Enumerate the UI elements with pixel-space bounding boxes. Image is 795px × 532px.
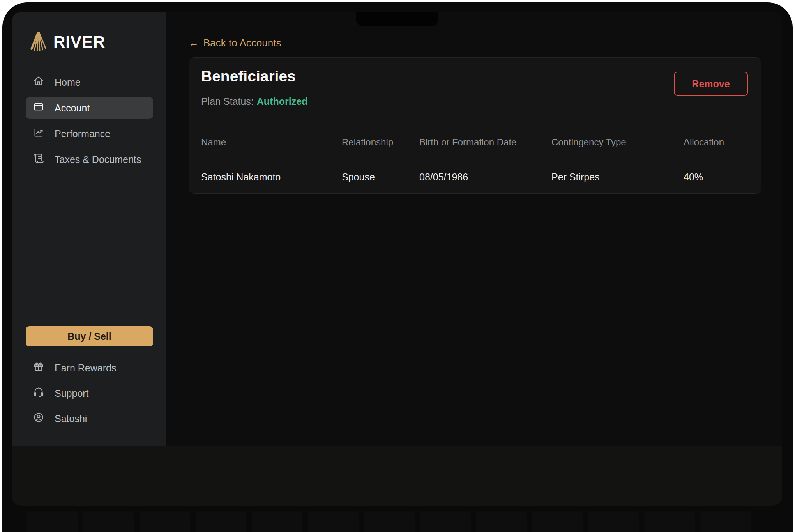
cell-name: Satoshi Nakamoto [201, 171, 342, 183]
sidebar-item-performance[interactable]: Performance [26, 123, 153, 145]
camera-notch [356, 12, 438, 26]
line-chart-icon [33, 127, 44, 140]
sidebar-item-home[interactable]: Home [26, 71, 153, 93]
cell-relationship: Spouse [342, 171, 419, 183]
brand-name: RIVER [53, 33, 105, 51]
river-logo-icon [29, 31, 48, 53]
plan-status-badge: Authorized [257, 96, 308, 107]
keyboard-key [701, 511, 751, 532]
plan-status-label: Plan Status: [201, 96, 254, 107]
keyboard-key [532, 511, 583, 532]
sidebar-item-label: Taxes & Documents [55, 154, 141, 165]
table-header-row: Name Relationship Birth or Formation Dat… [201, 124, 748, 160]
sidebar-item-earn-rewards[interactable]: Earn Rewards [26, 358, 153, 378]
keyboard-key [140, 511, 190, 532]
sidebar-item-label: Home [55, 77, 81, 88]
back-link-label: Back to Accounts [203, 37, 281, 49]
device-mockup: RIVER Home [0, 0, 795, 532]
column-header-contingency-type: Contingency Type [551, 137, 684, 148]
main-content: ← Back to Accounts Beneficiaries Plan St… [166, 12, 782, 446]
table-row[interactable]: Satoshi Nakamoto Spouse 08/05/1986 Per S… [201, 160, 748, 194]
device-screen: RIVER Home [12, 12, 782, 506]
keyboard-key [308, 511, 359, 532]
user-circle-icon [33, 412, 44, 425]
keyboard-key [420, 511, 471, 532]
sidebar: RIVER Home [12, 12, 166, 446]
sidebar-item-label: Earn Rewards [55, 362, 116, 374]
column-header-relationship: Relationship [342, 137, 419, 148]
sidebar-item-profile[interactable]: Satoshi [26, 409, 153, 428]
sidebar-nav: Home Account [26, 71, 153, 174]
sidebar-footer-nav: Earn Rewards Support [26, 358, 153, 434]
page-title: Beneficiaries [201, 68, 296, 85]
column-header-birth-date: Birth or Formation Date [419, 137, 551, 148]
app-window: RIVER Home [12, 12, 782, 446]
wallet-icon [33, 101, 44, 115]
headset-icon [33, 387, 44, 400]
back-arrow-icon: ← [189, 37, 199, 49]
remove-button[interactable]: Remove [674, 72, 748, 96]
keyboard-key [645, 511, 695, 532]
scroll-document-icon [33, 153, 44, 166]
cell-contingency-type: Per Stirpes [551, 171, 684, 183]
keyboard-key [476, 511, 527, 532]
home-icon [33, 76, 44, 89]
keyboard-key [83, 511, 134, 532]
buy-sell-button[interactable]: Buy / Sell [26, 326, 153, 346]
keyboard-key [588, 511, 639, 532]
gift-icon [33, 361, 44, 375]
brand-logo[interactable]: RIVER [29, 31, 105, 53]
sidebar-item-label: Support [55, 388, 89, 399]
sidebar-item-taxes-documents[interactable]: Taxes & Documents [26, 148, 153, 170]
sidebar-item-label: Performance [55, 128, 110, 140]
keyboard-key [252, 511, 302, 532]
column-header-name: Name [201, 137, 342, 148]
back-to-accounts-link[interactable]: ← Back to Accounts [189, 37, 281, 49]
sidebar-item-support[interactable]: Support [26, 384, 153, 403]
keyboard-key [364, 511, 415, 532]
sidebar-item-label: Account [55, 103, 90, 114]
keyboard-key [196, 511, 246, 532]
sidebar-item-label: Satoshi [55, 413, 87, 424]
sidebar-item-account[interactable]: Account [26, 97, 153, 119]
column-header-allocation: Allocation [684, 137, 748, 148]
beneficiaries-card: Beneficiaries Plan Status:Authorized Rem… [189, 57, 761, 194]
keyboard-key [27, 511, 78, 532]
laptop-keyboard-deck [12, 511, 783, 532]
plan-status: Plan Status:Authorized [201, 96, 307, 107]
cell-allocation: 40% [684, 171, 748, 183]
cell-birth-date: 08/05/1986 [419, 171, 551, 183]
